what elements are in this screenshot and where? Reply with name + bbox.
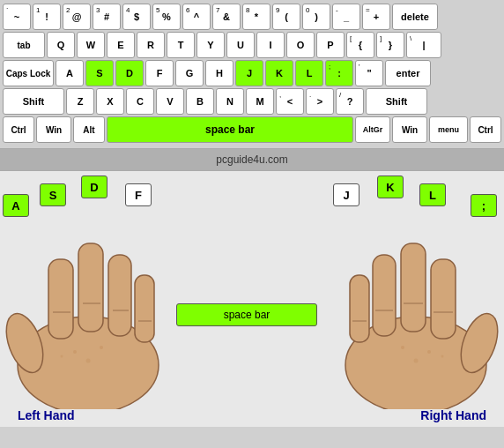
key-_-0-1[interactable]: 1!	[33, 4, 61, 30]
key-Win-4-1[interactable]: Win	[36, 116, 71, 143]
key-A-2-1[interactable]: A	[56, 60, 84, 86]
key-space_bar-4-3[interactable]: space bar	[107, 116, 353, 143]
key-I-1-8[interactable]: I	[256, 32, 285, 58]
key-M-3-7[interactable]: M	[246, 88, 274, 115]
key-Ctrl-4-7[interactable]: Ctrl	[470, 116, 501, 143]
key-_-3-10[interactable]: /?	[336, 88, 364, 115]
key-S-2-2[interactable]: S	[85, 60, 114, 86]
key-H-2-6[interactable]: H	[205, 60, 233, 86]
key-_-0-9[interactable]: 9(	[272, 4, 300, 30]
key-L-2-9[interactable]: L	[295, 60, 323, 86]
svg-point-25	[414, 359, 419, 363]
key-Y-1-6[interactable]: Y	[196, 32, 225, 58]
key-_-1-11[interactable]: [{	[346, 32, 374, 58]
svg-point-27	[441, 355, 444, 358]
key-Caps_Lock-2-0[interactable]: Caps Lock	[3, 60, 54, 86]
left-hand-svg	[0, 206, 194, 409]
key-_-0-4[interactable]: 4$	[122, 4, 151, 30]
key-O-1-9[interactable]: O	[286, 32, 315, 58]
svg-rect-5	[135, 275, 154, 342]
key-_-1-12[interactable]: ]}	[376, 32, 404, 58]
key-_-0-0[interactable]: `~	[3, 4, 31, 30]
svg-rect-16	[431, 259, 456, 339]
key-row-0: `~1!2@3#4$5%6^7&8*9(0)-_=+delete	[3, 4, 501, 30]
key-_-0-6[interactable]: 6^	[182, 4, 211, 30]
key-_-0-8[interactable]: 8*	[242, 4, 271, 30]
key-Shift-3-11[interactable]: Shift	[366, 88, 427, 115]
floating-key-j: J	[333, 183, 359, 206]
key-T-1-5[interactable]: T	[167, 32, 195, 58]
svg-rect-3	[78, 243, 103, 332]
attribution-bar: pcguide4u.com	[0, 148, 504, 171]
key-_-3-9[interactable]: .>	[306, 88, 334, 115]
keyboard-section: `~1!2@3#4$5%6^7&8*9(0)-_=+deletetabQWERT…	[0, 0, 504, 148]
key-_-2-10[interactable]: ;:	[325, 60, 353, 86]
floating-key-f: F	[125, 183, 152, 206]
key-C-3-3[interactable]: C	[126, 88, 154, 115]
key-row-2: Caps LockASDFGHJKL;:'"enter	[3, 60, 501, 86]
svg-rect-19	[350, 275, 369, 342]
key-Win-4-5[interactable]: Win	[392, 116, 427, 143]
key-_-0-3[interactable]: 3#	[93, 4, 121, 30]
key-_-1-13[interactable]: \|	[406, 32, 441, 58]
key-Z-3-1[interactable]: Z	[66, 88, 94, 115]
key-R-1-4[interactable]: R	[137, 32, 165, 58]
key-_-3-8[interactable]: ,<	[276, 88, 304, 115]
key-Ctrl-4-0[interactable]: Ctrl	[3, 116, 34, 143]
key-_-0-10[interactable]: 0)	[302, 4, 330, 30]
floating-key-a: A	[3, 194, 29, 217]
key-G-2-5[interactable]: G	[175, 60, 204, 86]
key-Q-1-1[interactable]: Q	[47, 32, 75, 58]
key-P-1-10[interactable]: P	[316, 32, 345, 58]
key-row-4: CtrlWinAltspace barAltGrWinmenuCtrl	[3, 116, 501, 143]
key-_-0-5[interactable]: 5%	[152, 4, 181, 30]
key-menu-4-6[interactable]: menu	[429, 116, 468, 143]
key-B-3-5[interactable]: B	[186, 88, 214, 115]
attribution-text: pcguide4u.com	[216, 153, 287, 166]
key-_-0-12[interactable]: =+	[362, 4, 390, 30]
svg-point-10	[73, 350, 77, 354]
key-K-2-8[interactable]: K	[265, 60, 293, 86]
hands-section: A S D F J K L ; space bar Left Hand Righ…	[0, 171, 504, 427]
spacebar-label-text: space bar	[224, 309, 271, 321]
key-E-1-3[interactable]: E	[107, 32, 135, 58]
floating-key-semicolon: ;	[471, 194, 497, 217]
svg-rect-18	[373, 255, 396, 336]
svg-rect-2	[48, 259, 73, 339]
key-AltGr-4-4[interactable]: AltGr	[355, 116, 390, 143]
key-X-3-2[interactable]: X	[96, 88, 124, 115]
right-hand-svg	[310, 206, 504, 409]
key-W-1-2[interactable]: W	[77, 32, 105, 58]
right-hand-label: Right Hand	[420, 408, 486, 422]
key-D-2-3[interactable]: D	[115, 60, 144, 86]
key-enter-2-12[interactable]: enter	[385, 60, 431, 86]
svg-rect-17	[401, 243, 426, 332]
floating-key-k: K	[377, 175, 404, 198]
key-F-2-4[interactable]: F	[145, 60, 174, 86]
key-_-0-2[interactable]: 2@	[63, 4, 91, 30]
floating-key-l: L	[419, 183, 446, 206]
floating-key-d: D	[81, 175, 107, 198]
floating-key-s: S	[40, 183, 66, 206]
svg-point-12	[100, 346, 103, 349]
svg-point-11	[86, 359, 91, 363]
key-_-0-11[interactable]: -_	[332, 4, 360, 30]
svg-point-13	[61, 355, 63, 358]
key-J-2-7[interactable]: J	[235, 60, 263, 86]
key-U-1-7[interactable]: U	[226, 32, 255, 58]
key-_-2-11[interactable]: '"	[355, 60, 383, 86]
floating-spacebar: space bar	[176, 303, 317, 326]
key-Shift-3-0[interactable]: Shift	[3, 88, 64, 115]
key-_-0-7[interactable]: 7&	[212, 4, 241, 30]
key-row-1: tabQWERTYUIOP[{]}\|	[3, 32, 501, 58]
key-row-3: ShiftZXCVBNM,<.>/?Shift	[3, 88, 501, 115]
svg-point-24	[427, 350, 431, 354]
left-hand-label: Left Hand	[18, 408, 75, 422]
key-tab-1-0[interactable]: tab	[3, 32, 45, 58]
svg-point-26	[401, 346, 404, 349]
key-N-3-6[interactable]: N	[216, 88, 244, 115]
key-Alt-4-2[interactable]: Alt	[73, 116, 105, 143]
svg-rect-4	[108, 255, 131, 336]
key-V-3-4[interactable]: V	[156, 88, 184, 115]
key-delete-0-13[interactable]: delete	[392, 4, 438, 30]
